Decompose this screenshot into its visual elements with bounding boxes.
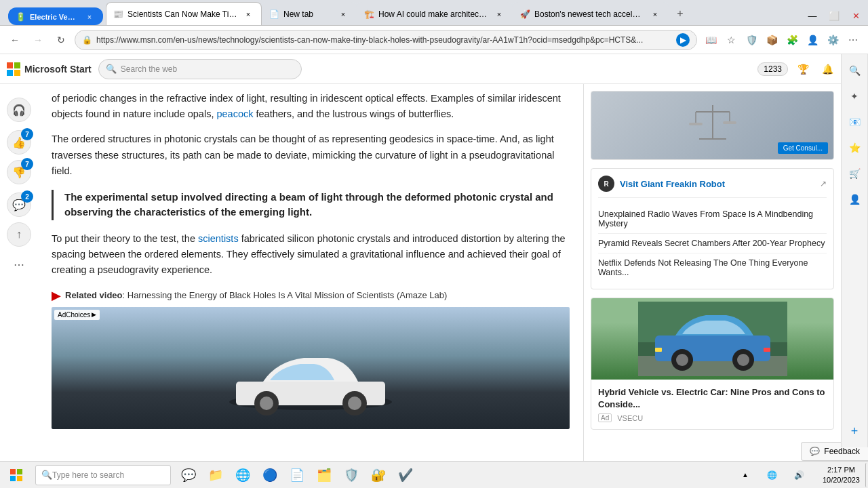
- comment-button[interactable]: 💬 2: [7, 192, 31, 217]
- browser-sidebar: 🔍 ✦ 📧 ⭐ 🛒 👤 +: [841, 84, 868, 447]
- tab-close-btn[interactable]: ×: [649, 8, 661, 20]
- tab-scientists[interactable]: 📰 Scientists Can Now Make Tiny B... ×: [106, 2, 262, 25]
- account-btn[interactable]: 👤: [803, 30, 822, 49]
- car-widget-meta: Ad VSECU: [598, 413, 827, 422]
- ad-choices-label[interactable]: AdChoices ▶: [54, 310, 100, 320]
- gfr-item-2[interactable]: Pyramid Reveals Secret Chambers After 20…: [598, 234, 827, 253]
- more-options-button[interactable]: ⋯: [7, 252, 31, 277]
- taskbar-vpn-icon[interactable]: 🔐: [366, 463, 391, 487]
- taskbar-clock[interactable]: 2:17 PM 10/20/2023: [817, 465, 865, 485]
- collections-btn[interactable]: 📦: [762, 30, 781, 49]
- tab-favicon: 📰: [113, 9, 123, 19]
- scientists-link[interactable]: scientists: [198, 233, 239, 244]
- close-btn[interactable]: ✕: [846, 6, 865, 25]
- msn-search-bar[interactable]: 🔍 Search the web: [98, 59, 302, 79]
- tab-electric-vehicle[interactable]: 🔋 Electric Vehicle ×: [8, 7, 103, 25]
- external-link-icon: ↗: [820, 179, 827, 188]
- svg-rect-0: [7, 62, 13, 68]
- tab-label: New tab: [283, 9, 333, 19]
- share-button[interactable]: ↑: [7, 222, 31, 247]
- browser-sidebar-discover[interactable]: ✦: [844, 85, 865, 107]
- more-btn[interactable]: ⋯: [844, 30, 863, 49]
- lock-icon: 🔒: [82, 35, 92, 45]
- video-thumbnail[interactable]: AdChoices ▶: [52, 307, 570, 429]
- maximize-btn[interactable]: ⬜: [825, 6, 844, 25]
- peacock-link[interactable]: peacock: [216, 108, 253, 119]
- browser-sidebar-outlook[interactable]: 📧: [844, 111, 865, 133]
- taskbar-acrobat-icon[interactable]: 📄: [285, 463, 309, 487]
- read-aloud-icon[interactable]: ▶: [676, 33, 690, 47]
- svg-rect-15: [723, 121, 736, 124]
- article-area: 🎧 👍 7 👎 7 💬 2 ↑ ⋯: [0, 84, 841, 461]
- gfr-logo: R: [598, 176, 614, 192]
- tab-close-btn[interactable]: ×: [83, 11, 96, 23]
- taskbar-norton-icon[interactable]: ✔️: [393, 463, 418, 487]
- gfr-item-3[interactable]: Netflix Defends Not Releasing The One Th…: [598, 253, 827, 282]
- browser-sidebar-office[interactable]: ⭐: [844, 137, 865, 159]
- sidebar-ad-image[interactable]: Get Consul...: [591, 92, 833, 159]
- minimize-btn[interactable]: —: [803, 6, 822, 25]
- taskbar-edge-icon[interactable]: 🔵: [258, 463, 282, 487]
- taskbar-malwarebytes-icon[interactable]: 🛡️: [339, 463, 363, 487]
- paragraph-3: To put their theory to the test, the sci…: [52, 231, 570, 279]
- gfr-title-link[interactable]: Visit Giant Freakin Robot: [620, 179, 814, 189]
- tab-close-btn[interactable]: ×: [242, 8, 254, 20]
- new-tab-button[interactable]: +: [669, 2, 692, 25]
- show-desktop-btn[interactable]: [865, 463, 868, 487]
- tab-new-tab[interactable]: 📄 New tab ×: [262, 2, 357, 25]
- svg-rect-31: [17, 476, 22, 481]
- ad-choices-icon: ▶: [92, 311, 96, 318]
- article-text: of periodic changes in the refractive in…: [52, 84, 570, 279]
- ad-choices-text: AdChoices: [58, 311, 90, 319]
- reader-view-btn[interactable]: 📖: [701, 30, 720, 49]
- taskbar-pinned-icons: 💬 📁 🌐 🔵 📄 🗂️ 🛡️ 🔐 ✔️: [176, 463, 418, 487]
- taskbar-time-text: 2:17 PM: [823, 465, 860, 474]
- tab-close-btn[interactable]: ×: [337, 8, 349, 20]
- start-button[interactable]: [0, 462, 33, 489]
- address-bar: ← → ↻ 🔒 https://www.msn.com/en-us/news/t…: [0, 26, 868, 54]
- sidebar-panel: Get Consul... R Visit Giant Freakin Robo…: [583, 84, 841, 461]
- dislike-button[interactable]: 👎 7: [7, 160, 31, 184]
- favorites-btn[interactable]: ☆: [722, 30, 741, 49]
- taskbar-search-icon: 🔍: [41, 470, 52, 480]
- settings-btn[interactable]: ⚙️: [823, 30, 842, 49]
- notifications-bell[interactable]: 🔔: [818, 60, 837, 79]
- gfr-item-1[interactable]: Unexplained Radio Waves From Space Is A …: [598, 205, 827, 234]
- extensions-btn[interactable]: 🧩: [783, 30, 802, 49]
- scales-svg: [686, 98, 740, 152]
- taskbar-network-icon[interactable]: 🌐: [760, 463, 785, 487]
- tab-favicon: 🚀: [520, 9, 530, 19]
- blockquote-text: The experimental setup involved directin…: [64, 191, 553, 218]
- refresh-button[interactable]: ↻: [52, 30, 71, 49]
- points-badge[interactable]: 1233: [757, 62, 788, 76]
- listen-button[interactable]: 🎧: [7, 98, 31, 122]
- browser-sidebar-add[interactable]: +: [844, 420, 865, 442]
- browser-essentials-btn[interactable]: 🛡️: [742, 30, 761, 49]
- headphones-icon: 🎧: [12, 104, 26, 117]
- forward-button[interactable]: →: [28, 30, 47, 49]
- browser-sidebar-account[interactable]: 👤: [844, 188, 865, 210]
- rewards-icon[interactable]: 🏆: [793, 60, 812, 79]
- msn-logo[interactable]: Microsoft Start: [7, 62, 92, 76]
- taskbar-speaker-icon[interactable]: 🔊: [787, 463, 812, 487]
- car-source: VSECU: [617, 414, 643, 422]
- like-button[interactable]: 👍 7: [7, 130, 31, 155]
- svg-point-9: [348, 396, 361, 410]
- tab-how-ai[interactable]: 🏗️ How AI could make architecture... ×: [357, 2, 513, 25]
- browser-sidebar-shopping[interactable]: 🛒: [844, 163, 865, 184]
- taskbar-explorer-icon[interactable]: 📁: [203, 463, 228, 487]
- feedback-label: Feedback: [824, 447, 860, 456]
- url-bar[interactable]: 🔒 https://www.msn.com/en-us/news/technol…: [75, 30, 697, 50]
- tab-favicon: 🏗️: [364, 9, 374, 19]
- tab-close-btn[interactable]: ×: [493, 8, 505, 20]
- tab-boston[interactable]: 🚀 Boston's newest tech accelerato... ×: [513, 2, 669, 25]
- taskbar-search[interactable]: 🔍 Type here to search: [35, 465, 171, 485]
- get-consult-button[interactable]: Get Consul...: [778, 142, 828, 154]
- taskbar-files-icon[interactable]: 🗂️: [312, 463, 336, 487]
- back-button[interactable]: ←: [5, 30, 24, 49]
- car-widget[interactable]: Hybrid Vehicle vs. Electric Car: Nine Pr…: [591, 298, 834, 430]
- taskbar-chrome-icon[interactable]: 🌐: [231, 463, 255, 487]
- svg-rect-28: [10, 469, 16, 474]
- taskbar-chevron-up[interactable]: ▲: [733, 463, 757, 487]
- taskbar-chat-icon[interactable]: 💬: [176, 463, 201, 487]
